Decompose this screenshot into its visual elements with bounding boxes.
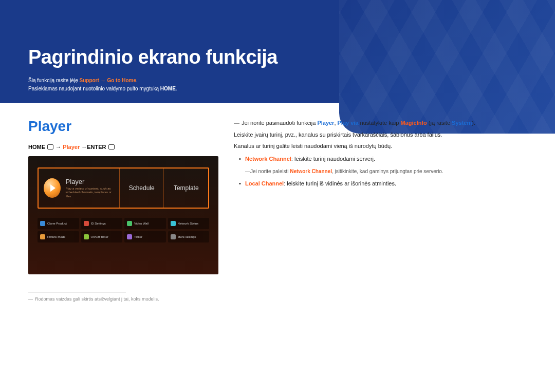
- grid-item-icon: [84, 221, 89, 226]
- intro2-strong: HOME: [160, 86, 176, 91]
- page-header: Pagrindinio ekrano funkcija Šią funkciją…: [0, 0, 555, 103]
- grid-item-icon: [40, 221, 45, 226]
- play-icon: [44, 178, 61, 198]
- note-line: ―Jei norite pasinaudoti funkcija Player,…: [234, 118, 527, 128]
- bc-enter: ENTER: [87, 144, 107, 150]
- grid-item[interactable]: Ticker: [124, 231, 166, 242]
- sub-note: ―Jei norite paleisti Network Channel, įs…: [245, 167, 527, 176]
- grid-item-icon: [127, 221, 132, 226]
- grid-item[interactable]: Clone Product: [38, 218, 79, 229]
- b1-rest: : leiskite turinį naudodami serverį.: [291, 156, 375, 162]
- tile-player[interactable]: Player Play a variety of content, such a…: [39, 169, 120, 208]
- grid-item-icon: [127, 234, 132, 239]
- note-system: System: [452, 120, 472, 126]
- intro-text: Šią funkciją rasite įėję Support → Go to…: [28, 77, 555, 93]
- grid-item-icon: [171, 234, 176, 239]
- grid-item[interactable]: Network Status: [168, 218, 210, 229]
- grid-item-label: Picture Mode: [47, 235, 65, 238]
- note-m2: nustatykite kaip: [359, 120, 401, 126]
- grid-item-label: Ticker: [134, 235, 142, 238]
- grid-item[interactable]: Picture Mode: [38, 231, 79, 242]
- bc-arr2: →: [80, 144, 87, 150]
- breadcrumb: HOME → Player →ENTER: [28, 144, 218, 150]
- b2-rest: : leiskite turinį iš vidinės ar išorinės…: [284, 180, 396, 186]
- device-grid: Clone ProductID SettingsVideo WallNetwor…: [38, 218, 209, 242]
- sn-prefix: Jei norite paleisti: [250, 169, 290, 174]
- grid-item-label: More settings: [178, 235, 196, 238]
- content-row: Player HOME → Player →ENTER Player Play …: [0, 103, 555, 302]
- right-line2: Leiskite įvairų turinį, pvz., kanalus su…: [234, 130, 527, 140]
- dash-icon: ―: [245, 169, 250, 174]
- grid-item-label: Clone Product: [47, 222, 67, 225]
- sn-hl: Network Channel: [290, 169, 332, 174]
- grid-item[interactable]: On/Off Timer: [81, 231, 123, 242]
- b2-hl: Local Channel: [245, 180, 284, 186]
- grid-item-icon: [40, 234, 45, 239]
- dash-icon: ―: [28, 296, 33, 302]
- device-top-tiles: Player Play a variety of content, such a…: [38, 167, 209, 209]
- grid-item-label: Video Wall: [134, 222, 149, 225]
- note-magicinfo: MagicInfo: [400, 120, 427, 126]
- b1-hl: Network Channel: [245, 156, 291, 162]
- tile-player-sub: Play a variety of content, such as sched…: [66, 187, 114, 198]
- note-suffix: ).: [472, 120, 475, 126]
- enter-icon: [108, 144, 115, 150]
- footnote: ―Rodomas vaizdas gali skirtis atsižvelgi…: [28, 296, 218, 302]
- footnote-rule: [28, 292, 126, 292]
- intro2-suffix: .: [176, 86, 177, 91]
- right-line3: Kanalus ar turinį galite leisti naudodam…: [234, 141, 527, 151]
- home-icon: [47, 144, 53, 150]
- footnote-text: Rodomas vaizdas gali skirtis atsižvelgia…: [35, 296, 159, 302]
- note-prefix: Jei norite pasinaudoti funkcija: [242, 120, 317, 126]
- sn-rest: , įsitikinkite, kad gaminys prijungtas p…: [332, 169, 443, 174]
- bullet-local: Local Channel: leiskite turinį iš vidinė…: [239, 179, 527, 189]
- bullet-list: Network Channel: leiskite turinį naudoda…: [239, 154, 527, 164]
- grid-item-icon: [84, 234, 89, 239]
- grid-item[interactable]: More settings: [168, 231, 210, 242]
- bullet-list-2: Local Channel: leiskite turinį iš vidinė…: [239, 179, 527, 189]
- tile-template[interactable]: Template: [164, 169, 208, 208]
- intro-hl: Support → Go to Home: [80, 78, 137, 83]
- note-playvia: Play via: [338, 120, 359, 126]
- page-title: Pagrindinio ekrano funkcija: [28, 46, 555, 68]
- intro-prefix: Šią funkciją rasite įėję: [28, 78, 80, 83]
- bc-home: HOME: [28, 144, 47, 150]
- intro-suffix: .: [136, 78, 138, 83]
- bc-player: Player: [63, 144, 80, 150]
- tile-player-title: Player: [66, 178, 114, 185]
- tile-player-text: Player Play a variety of content, such a…: [66, 178, 114, 198]
- device-screenshot: Player Play a variety of content, such a…: [28, 156, 218, 274]
- right-column: ―Jei norite pasinaudoti funkcija Player,…: [234, 118, 527, 302]
- grid-item[interactable]: ID Settings: [81, 218, 123, 229]
- note-player: Player: [317, 120, 334, 126]
- dash-icon: ―: [234, 120, 239, 126]
- grid-item-icon: [171, 221, 176, 226]
- bullet-network: Network Channel: leiskite turinį naudoda…: [239, 154, 527, 164]
- grid-item-label: ID Settings: [91, 222, 106, 225]
- intro2-prefix: Pasiekiamas naudojant nuotolinio valdymo…: [28, 86, 160, 91]
- section-title: Player: [28, 118, 218, 135]
- bc-arr1: →: [54, 144, 63, 150]
- grid-item[interactable]: Video Wall: [124, 218, 166, 229]
- note-m3: (ją rasite: [427, 120, 452, 126]
- tile-schedule[interactable]: Schedule: [120, 169, 164, 208]
- grid-item-label: On/Off Timer: [91, 235, 108, 238]
- left-column: Player HOME → Player →ENTER Player Play …: [28, 118, 218, 302]
- grid-item-label: Network Status: [178, 222, 199, 225]
